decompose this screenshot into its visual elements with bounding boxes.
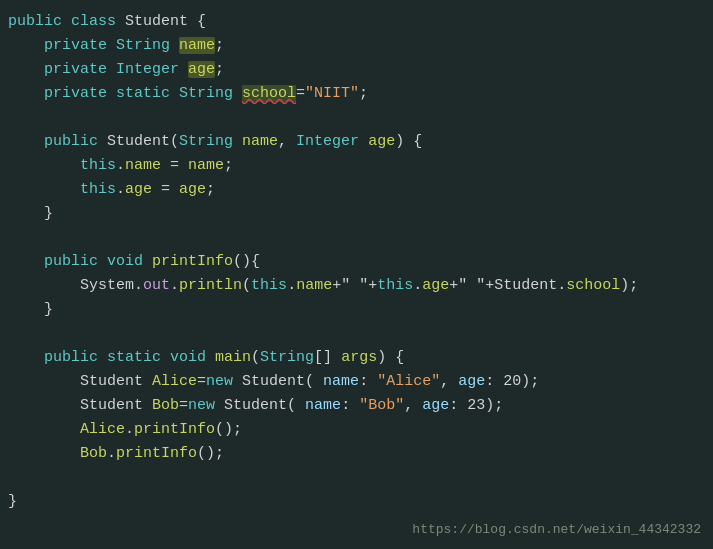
token (8, 133, 44, 150)
token: out (143, 277, 170, 294)
token: . (107, 445, 116, 462)
token: 23 (467, 397, 485, 414)
code-line (0, 226, 713, 250)
token: Bob (80, 445, 107, 462)
token: , (278, 133, 296, 150)
token: name (188, 157, 224, 174)
token: public (8, 13, 71, 30)
code-line: this.name = name; (0, 154, 713, 178)
token: ( (242, 277, 251, 294)
token: private (44, 61, 116, 78)
token: String (260, 349, 314, 366)
token: = (152, 181, 179, 198)
token (8, 445, 80, 462)
code-line: } (0, 490, 713, 514)
token: main (215, 349, 251, 366)
token: age (458, 373, 485, 390)
code-line: public static void main(String[] args) { (0, 346, 713, 370)
token: (){ (233, 253, 260, 270)
token: ( (170, 133, 179, 150)
token: ; (224, 157, 233, 174)
token: String (179, 133, 242, 150)
token: "Bob" (359, 397, 404, 414)
token: Student (242, 373, 305, 390)
token: (); (215, 421, 242, 438)
token: static (107, 349, 170, 366)
token: String (116, 37, 179, 54)
token: this (251, 277, 287, 294)
code-line: public Student(String name, Integer age)… (0, 130, 713, 154)
token: ) { (395, 133, 422, 150)
code-editor: public class Student { private String na… (0, 0, 713, 549)
code-line: Student Alice=new Student( name: "Alice"… (0, 370, 713, 394)
code-line (0, 466, 713, 490)
code-line (0, 106, 713, 130)
token: ); (485, 397, 503, 414)
token: this (377, 277, 413, 294)
token: Integer (116, 61, 188, 78)
code-line (0, 322, 713, 346)
token: . (413, 277, 422, 294)
token (8, 85, 44, 102)
token: class (71, 13, 125, 30)
token: age (422, 397, 449, 414)
watermark: https://blog.csdn.net/weixin_44342332 (412, 520, 701, 541)
token: , (404, 397, 422, 414)
token: +" "+ (332, 277, 377, 294)
token: ) { (377, 349, 404, 366)
token: "NIIT" (305, 85, 359, 102)
token: : (449, 397, 467, 414)
code-line: Alice.printInfo(); (0, 418, 713, 442)
token: ; (215, 37, 224, 54)
token: ( (251, 349, 260, 366)
code-line: public class Student { (0, 10, 713, 34)
token: new (206, 373, 242, 390)
token (8, 349, 44, 366)
token: this (80, 181, 116, 198)
token: public (44, 253, 107, 270)
token: args (341, 349, 377, 366)
code-content: public class Student { private String na… (0, 10, 713, 514)
token: } (8, 493, 17, 510)
token: = (179, 397, 188, 414)
code-line: System.out.println(this.name+" "+this.ag… (0, 274, 713, 298)
token: . (116, 157, 125, 174)
code-line: this.age = age; (0, 178, 713, 202)
token: println (179, 277, 242, 294)
token: 20 (503, 373, 521, 390)
token: [] (314, 349, 341, 366)
token: printInfo (152, 253, 233, 270)
code-line: } (0, 202, 713, 226)
token (8, 373, 80, 390)
token: Student (80, 397, 152, 414)
token: Integer (296, 133, 368, 150)
token: printInfo (116, 445, 197, 462)
token: Alice (152, 373, 197, 390)
token: private (44, 37, 116, 54)
token: ( (305, 373, 323, 390)
code-line: private String name; (0, 34, 713, 58)
token: . (557, 277, 566, 294)
token: Student (107, 133, 170, 150)
token: ); (521, 373, 539, 390)
token (8, 397, 80, 414)
token: public (44, 349, 107, 366)
token: private (44, 85, 116, 102)
token: age (422, 277, 449, 294)
token: ( (287, 397, 305, 414)
token (8, 157, 80, 174)
token: Bob (152, 397, 179, 414)
token (8, 253, 44, 270)
token: name (242, 133, 278, 150)
token: school (566, 277, 620, 294)
token (8, 37, 44, 54)
token: Student (494, 277, 557, 294)
code-line: Student Bob=new Student( name: "Bob", ag… (0, 394, 713, 418)
code-line: Bob.printInfo(); (0, 442, 713, 466)
token: Student (80, 373, 152, 390)
token (8, 301, 44, 318)
token: . (116, 181, 125, 198)
token: System (80, 277, 134, 294)
token: Student (224, 397, 287, 414)
token: void (107, 253, 152, 270)
